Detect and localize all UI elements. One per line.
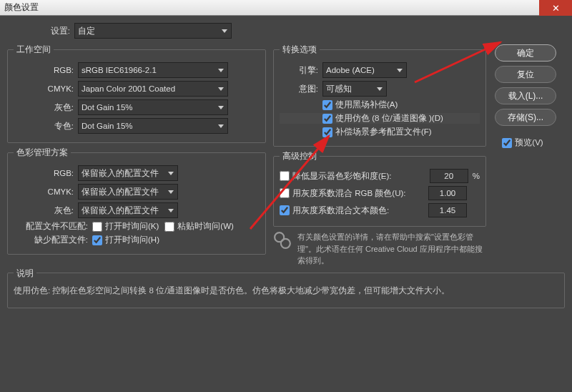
description-group: 说明 使用仿色: 控制在色彩空间之间转换 8 位/通道图像时是否仿色。仿色将极大… <box>7 267 565 308</box>
ws-cmyk-select[interactable]: Japan Color 2001 Coated <box>78 81 228 97</box>
settings-label: 设置: <box>24 26 70 36</box>
ws-rgb-select[interactable]: sRGB IEC61966-2.1 <box>78 62 228 78</box>
ok-button[interactable]: 确定 <box>495 44 556 62</box>
pol-gray-select[interactable]: 保留嵌入的配置文件 <box>78 202 178 218</box>
ws-spot-label: 专色: <box>14 121 74 132</box>
mismatch-paste-checkbox[interactable]: 粘贴时询问(W) <box>164 221 234 232</box>
reset-button[interactable]: 复位 <box>495 66 556 83</box>
pol-cmyk-select[interactable]: 保留嵌入的配置文件 <box>78 184 178 200</box>
ws-gray-select[interactable]: Dot Gain 15% <box>78 99 228 115</box>
mismatch-label: 配置文件不匹配: <box>14 221 88 232</box>
pol-gray-label: 灰色: <box>14 205 74 216</box>
description-text: 使用仿色: 控制在色彩空间之间转换 8 位/通道图像时是否仿色。仿色将极大地减少… <box>14 284 558 297</box>
load-button[interactable]: 载入(L)... <box>495 87 556 104</box>
policies-group: 色彩管理方案 RGB:保留嵌入的配置文件 CMYK:保留嵌入的配置文件 灰色:保… <box>7 147 266 255</box>
advanced-legend: 高级控制 <box>280 151 320 162</box>
preview-checkbox[interactable]: 预览(V) <box>502 137 543 148</box>
ws-spot-select[interactable]: Dot Gain 15% <box>78 118 228 134</box>
settings-select[interactable]: 自定 <box>74 23 232 39</box>
window-title: 颜色设置 <box>4 1 39 14</box>
pol-rgb-select[interactable]: 保留嵌入的配置文件 <box>78 165 178 181</box>
conversion-group: 转换选项 引擎:Adobe (ACE) 意图:可感知 使用黑场补偿(A) 使用仿… <box>273 44 486 147</box>
close-icon: ✕ <box>552 3 560 14</box>
advanced-group: 高级控制 降低显示器色彩饱和度(E): % 用灰度系数混合 RGB 颜色(U):… <box>273 151 486 227</box>
policies-legend: 色彩管理方案 <box>14 147 71 158</box>
engine-select[interactable]: Adobe (ACE) <box>322 62 407 78</box>
pol-cmyk-label: CMYK: <box>14 187 74 196</box>
titlebar: 颜色设置 <box>0 0 572 16</box>
engine-label: 引擎: <box>280 65 318 76</box>
desat-checkbox[interactable]: 降低显示器色彩饱和度(E): <box>280 171 392 182</box>
svg-point-1 <box>281 239 290 248</box>
dither-checkbox[interactable]: 使用仿色 (8 位/通道图像 )(D) <box>322 113 443 124</box>
blend-text-checkbox[interactable]: 用灰度系数混合文本颜色: <box>280 205 389 216</box>
description-legend: 说明 <box>14 267 36 280</box>
intent-select[interactable]: 可感知 <box>322 81 387 97</box>
workspace-legend: 工作空间 <box>14 44 54 55</box>
intent-label: 意图: <box>280 84 318 94</box>
save-button[interactable]: 存储(S)... <box>495 109 556 126</box>
info-icon <box>273 231 292 250</box>
mismatch-open-checkbox[interactable]: 打开时询问(K) <box>92 221 159 232</box>
missing-label: 缺少配置文件: <box>14 235 88 245</box>
conversion-legend: 转换选项 <box>280 44 320 55</box>
info-hint-row: 有关颜色设置的详情，请在帮助中搜索"设置色彩管理"。此术语在任何 Creativ… <box>273 231 486 267</box>
ws-rgb-label: RGB: <box>14 66 74 74</box>
close-button[interactable]: ✕ <box>539 0 572 16</box>
pol-rgb-label: RGB: <box>14 169 74 177</box>
ws-gray-label: 灰色: <box>14 102 74 113</box>
compensate-checkbox[interactable]: 补偿场景参考配置文件(F) <box>322 127 432 137</box>
blackpoint-checkbox[interactable]: 使用黑场补偿(A) <box>322 99 398 110</box>
workspace-group: 工作空间 RGB:sRGB IEC61966-2.1 CMYK:Japan Co… <box>7 44 266 143</box>
desat-unit: % <box>473 172 480 180</box>
info-hint-text: 有关颜色设置的详情，请在帮助中搜索"设置色彩管理"。此术语在任何 Creativ… <box>297 231 486 267</box>
missing-open-checkbox[interactable]: 打开时询问(H) <box>92 235 159 245</box>
desat-value-input[interactable] <box>430 169 468 183</box>
blend-rgb-checkbox[interactable]: 用灰度系数混合 RGB 颜色(U): <box>280 188 405 199</box>
blend-text-value-input[interactable] <box>428 203 467 217</box>
blend-rgb-value-input[interactable] <box>428 186 467 200</box>
ws-cmyk-label: CMYK: <box>14 84 74 93</box>
